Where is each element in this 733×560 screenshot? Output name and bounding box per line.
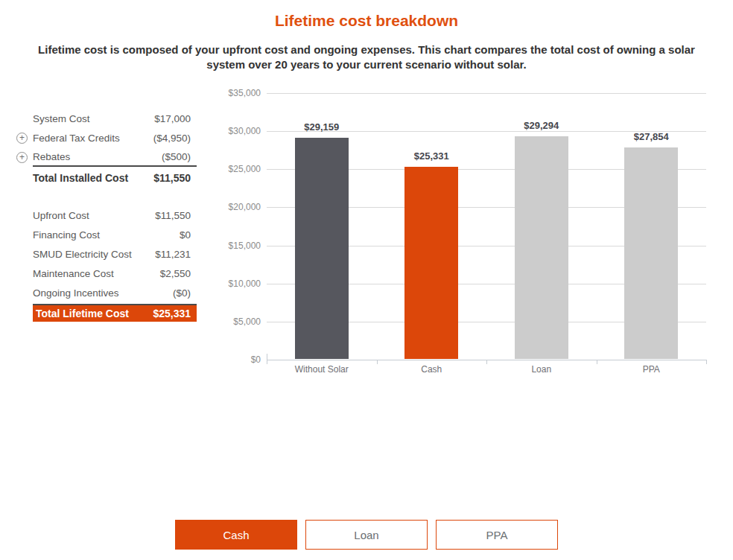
y-tick-label: $35,000	[215, 88, 261, 98]
row-label: System Cost	[33, 113, 90, 124]
row-value: $11,550	[153, 172, 191, 184]
x-category-label: PPA	[597, 364, 707, 375]
bar-value-label: $29,294	[497, 120, 586, 131]
table-row-upfront-cost: Upfront Cost $11,550	[16, 206, 197, 225]
x-axis-tick	[706, 360, 707, 364]
bar-cash	[404, 167, 458, 359]
row-label: Ongoing Incentives	[33, 287, 119, 299]
table-row-system-cost: System Cost $17,000	[16, 109, 197, 128]
y-tick-label: $10,000	[215, 279, 261, 289]
x-category-label: Without Solar	[267, 364, 377, 375]
row-value: ($4,950)	[153, 133, 191, 144]
table-row-total-lifetime-cost: Total Lifetime Cost $25,331	[33, 304, 197, 322]
bar-value-label: $29,159	[277, 121, 366, 133]
ppa-button[interactable]: PPA	[436, 520, 558, 550]
table-section-spacer	[16, 186, 197, 206]
row-label: Total Installed Cost	[33, 172, 128, 184]
table-row-ongoing-incentives: Ongoing Incentives ($0)	[16, 283, 197, 302]
bar-value-label: $25,331	[387, 150, 476, 162]
cash-button[interactable]: Cash	[175, 520, 297, 550]
table-row-federal-tax-credits: + Federal Tax Credits ($4,950)	[16, 128, 197, 147]
cost-breakdown-table: System Cost $17,000 + Federal Tax Credit…	[16, 109, 197, 322]
lifetime-cost-page: Lifetime cost breakdown Lifetime cost is…	[0, 0, 733, 560]
row-label: Maintenance Cost	[33, 268, 114, 279]
row-value: $11,231	[155, 249, 191, 260]
row-value: ($0)	[173, 287, 191, 299]
row-value: $0	[180, 229, 191, 241]
row-value: $25,331	[153, 308, 191, 319]
y-tick-label: $15,000	[215, 241, 261, 251]
payment-option-buttons: Cash Loan PPA	[0, 520, 733, 550]
row-label: Upfront Cost	[33, 210, 89, 221]
row-label: Financing Cost	[33, 229, 100, 241]
loan-button[interactable]: Loan	[305, 520, 428, 550]
row-value: $11,550	[155, 210, 191, 221]
row-label: Rebates	[33, 151, 70, 162]
expand-plus-icon[interactable]: +	[16, 152, 28, 163]
table-row-rebates: + Rebates ($500)	[16, 147, 197, 167]
row-value: ($500)	[162, 151, 191, 162]
table-row-total-installed-cost: Total Installed Cost $11,550	[16, 167, 197, 186]
bar-without-solar	[295, 138, 349, 359]
table-row-financing-cost: Financing Cost $0	[16, 225, 197, 244]
bar-loan	[515, 136, 568, 359]
bar-ppa	[624, 147, 678, 359]
expand-plus-icon[interactable]: +	[16, 133, 28, 144]
row-label: Total Lifetime Cost	[36, 308, 129, 319]
y-tick-label: $0	[215, 354, 261, 365]
y-tick-label: $25,000	[215, 164, 261, 174]
table-row-smud-electricity-cost: SMUD Electricity Cost $11,231	[16, 244, 197, 264]
y-tick-label: $20,000	[215, 202, 261, 212]
x-category-label: Loan	[486, 364, 597, 375]
x-category-label: Cash	[377, 364, 487, 375]
row-value: $2,550	[160, 268, 191, 279]
y-tick-label: $30,000	[215, 126, 261, 136]
row-label: Federal Tax Credits	[33, 133, 120, 144]
table-row-maintenance-cost: Maintenance Cost $2,550	[16, 264, 197, 283]
bar-value-label: $27,854	[606, 131, 696, 142]
gridline	[267, 93, 706, 94]
row-label: SMUD Electricity Cost	[33, 249, 132, 260]
row-value: $17,000	[154, 113, 191, 124]
y-tick-label: $5,000	[215, 316, 261, 327]
y-axis-stub	[267, 354, 267, 360]
page-title: Lifetime cost breakdown	[0, 12, 733, 30]
page-subtitle: Lifetime cost is composed of your upfron…	[28, 42, 705, 72]
